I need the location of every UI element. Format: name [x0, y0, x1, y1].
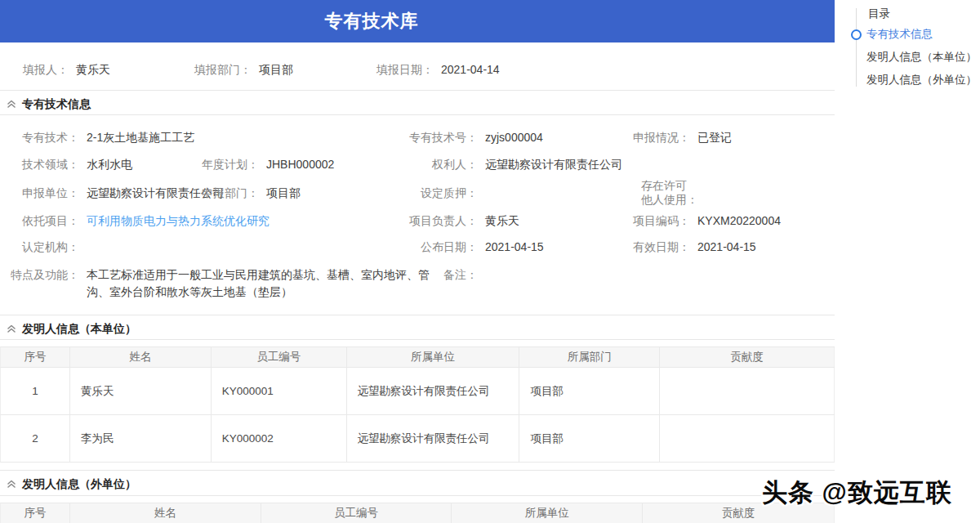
toc-active-ring-icon [851, 29, 862, 40]
internal-table-header-row: 序号 姓名 员工编号 所属单位 所属部门 贡献度 [0, 346, 835, 368]
meta-date-value: 2021-04-14 [441, 61, 500, 78]
field-status-label: 申报情况： [600, 129, 690, 145]
meta-dept: 填报部门： 项目部 [194, 61, 293, 78]
field-publish-date: 公布日期： 2021-04-15 [384, 239, 544, 255]
field-declare-dept: 申报部门： 项目部 [188, 185, 301, 201]
field-tech-label: 专有技术： [0, 129, 79, 145]
field-remark-label: 备注： [384, 266, 478, 283]
section-inventor-internal-title: 发明人信息（本单位） [22, 320, 136, 337]
field-project-label: 依托项目： [0, 212, 79, 229]
field-tech: 专有技术： 2-1灰土地基施工工艺 [0, 129, 194, 145]
watermark: 头条 @致远互联 [762, 476, 952, 510]
column-header: 姓名 [70, 347, 212, 367]
field-domain-label: 技术领域： [0, 156, 79, 172]
field-valid-date-value: 2021-04-15 [697, 239, 756, 255]
field-leader-label: 项目负责人： [384, 212, 478, 229]
field-pledge-label: 设定质押： [384, 185, 478, 201]
toc-item-inventor-internal[interactable]: 发明人信息（本单位） [866, 50, 977, 65]
cell-seq: 1 [1, 368, 70, 414]
cell-name: 黄乐天 [70, 368, 212, 414]
divider [0, 315, 835, 315]
form-titlebar: 专有技术库 [0, 0, 835, 42]
field-features-label: 特点及功能： [0, 266, 79, 301]
table-row: 2 李为民 KY000002 远望勘察设计有限责任公司 项目部 [0, 415, 835, 463]
divider [0, 339, 835, 340]
column-header: 姓名 [70, 503, 261, 523]
field-plan: 年度计划： JHBH000002 [188, 156, 334, 172]
field-tech-value: 2-1灰土地基施工工艺 [87, 129, 194, 145]
field-license-label: 存在许可 他人使用： [641, 179, 698, 207]
cell-unit: 远望勘察设计有限责任公司 [347, 415, 520, 462]
field-declare-dept-value: 项目部 [266, 185, 301, 201]
cell-dept: 项目部 [519, 368, 660, 414]
field-owner-label: 权利人： [384, 156, 478, 172]
field-publish-date-value: 2021-04-15 [485, 239, 544, 255]
toc-header: 目录 [868, 7, 890, 21]
divider [0, 495, 835, 496]
meta-filler: 填报人： 黄乐天 [23, 61, 110, 78]
column-header: 序号 [1, 347, 70, 367]
field-status-value: 已登记 [697, 129, 732, 145]
column-header: 序号 [1, 503, 70, 523]
table-row: 1 黄乐天 KY000001 远望勘察设计有限责任公司 项目部 [0, 368, 835, 415]
field-agency: 认定机构： [0, 239, 87, 255]
field-declare-dept-label: 申报部门： [188, 185, 259, 201]
meta-filler-label: 填报人： [23, 61, 69, 78]
cell-dept: 项目部 [519, 415, 660, 462]
cell-name: 李为民 [70, 415, 212, 462]
field-agency-label: 认定机构： [0, 239, 79, 255]
field-domain-value: 水利水电 [87, 156, 132, 172]
field-remark: 备注： [384, 266, 485, 283]
column-header: 员工编号 [212, 347, 347, 367]
collapse-chevron-icon[interactable] [7, 324, 16, 333]
field-status: 申报情况： 已登记 [600, 129, 732, 145]
field-declare-unit-label: 申报单位： [0, 185, 79, 201]
section-inventor-internal-header[interactable]: 发明人信息（本单位） [0, 320, 835, 338]
column-header: 所属单位 [347, 347, 520, 367]
form-main: 专有技术库 填报人： 黄乐天 填报部门： 项目部 填报日期： 2021-04-1… [0, 0, 835, 523]
section-tech-info-header[interactable]: 专有技术信息 [0, 96, 835, 114]
divider [0, 470, 835, 471]
meta-date: 填报日期： 2021-04-14 [376, 61, 500, 78]
field-tech-no-label: 专有技术号： [384, 129, 478, 145]
field-owner-value: 远望勘察设计有限责任公司 [485, 156, 622, 172]
toc-sidebar: 目录 专有技术信息 发明人信息（本单位） 发明人信息（外单位） [849, 0, 980, 523]
field-license-label-line1: 存在许可 [641, 179, 698, 193]
toc-rail [856, 8, 857, 87]
field-valid-date: 有效日期： 2021-04-15 [600, 239, 756, 255]
field-project-code: 项目编码： KYXM20220004 [600, 212, 781, 229]
field-pledge: 设定质押： [384, 185, 485, 201]
cell-contribution [660, 415, 835, 462]
field-plan-label: 年度计划： [188, 156, 259, 172]
toc-item-inventor-external[interactable]: 发明人信息（外单位） [866, 73, 977, 87]
section-tech-info-title: 专有技术信息 [22, 96, 91, 112]
field-tech-no-value: zyjs000004 [485, 129, 543, 145]
page-title: 专有技术库 [325, 9, 419, 34]
field-project-code-value: KYXM20220004 [697, 212, 781, 229]
toc-item-tech-info[interactable]: 专有技术信息 [866, 27, 933, 42]
cell-contribution [660, 368, 835, 414]
field-features: 特点及功能： 本工艺标准适用于一般工业与民用建筑的基坑、基槽、室内地评、管沟、室… [0, 266, 446, 301]
collapse-chevron-icon[interactable] [7, 479, 16, 489]
external-table-header-row: 序号 姓名 员工编号 所属单位 贡献度 [0, 503, 835, 523]
section-inventor-external-title: 发明人信息（外单位） [22, 476, 136, 492]
field-project-code-label: 项目编码： [600, 212, 690, 229]
column-header: 所属单位 [452, 503, 643, 523]
cell-unit: 远望勘察设计有限责任公司 [347, 368, 520, 414]
field-project-link[interactable]: 可利用物质电力与热力系统优化研究 [87, 212, 270, 229]
field-leader-value: 黄乐天 [485, 212, 519, 229]
meta-filler-value: 黄乐天 [76, 61, 110, 78]
field-project: 依托项目： 可利用物质电力与热力系统优化研究 [0, 212, 270, 229]
divider [0, 90, 835, 91]
field-license-label-line2: 他人使用： [641, 193, 698, 207]
field-valid-date-label: 有效日期： [600, 239, 690, 255]
meta-dept-label: 填报部门： [194, 61, 252, 78]
field-tech-no: 专有技术号： zyjs000004 [384, 129, 543, 145]
cell-seq: 2 [1, 415, 70, 462]
section-inventor-external-header[interactable]: 发明人信息（外单位） [0, 476, 835, 494]
column-header: 所属部门 [519, 347, 660, 367]
meta-dept-value: 项目部 [259, 61, 293, 78]
collapse-chevron-icon[interactable] [7, 99, 16, 109]
cell-employee-no: KY000002 [212, 415, 347, 462]
cell-employee-no: KY000001 [212, 368, 347, 414]
